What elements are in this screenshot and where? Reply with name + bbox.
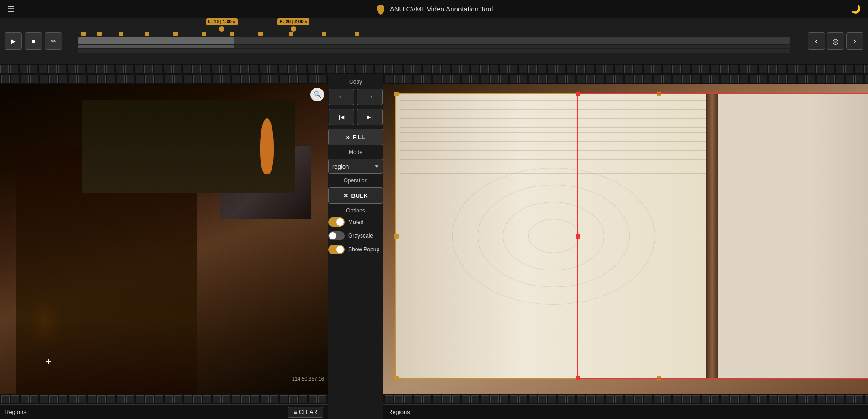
film-cell (586, 75, 595, 83)
film-cell (69, 395, 77, 403)
film-cell (798, 395, 806, 403)
timeline-marker (322, 32, 326, 36)
timeline-center-button[interactable]: ◎ (827, 32, 844, 50)
film-cell (692, 65, 700, 73)
operation-label: Operation (344, 177, 368, 184)
film-cell (654, 395, 662, 403)
film-cell (21, 75, 29, 83)
arrow-right-button[interactable]: → (357, 89, 383, 105)
film-cell (663, 75, 671, 83)
film-cell (471, 65, 479, 73)
film-cell (567, 65, 575, 73)
play-button[interactable]: ▶ (5, 32, 22, 50)
film-cell (107, 395, 115, 403)
film-cell (173, 65, 181, 73)
film-cell (423, 395, 431, 403)
coordinates: 114.50,357.16 (292, 376, 324, 382)
right-video-frame[interactable] (383, 84, 868, 394)
film-cell (29, 65, 37, 73)
edit-button[interactable]: ✏ (45, 32, 62, 50)
film-cell (462, 395, 470, 403)
film-cell (404, 75, 412, 83)
film-cell (394, 65, 402, 73)
film-cell (672, 65, 681, 73)
film-cell (433, 395, 441, 403)
timeline-bar[interactable] (78, 37, 790, 44)
film-cell (778, 395, 787, 403)
timeline-prev-button[interactable]: ‹ (808, 32, 825, 50)
film-cell (558, 75, 566, 83)
stop-button[interactable]: ■ (25, 32, 42, 50)
left-regions-label: Regions (5, 408, 27, 415)
film-cell (596, 65, 604, 73)
film-cell (653, 65, 661, 73)
film-cell (557, 65, 565, 73)
left-bottom-film-strip (0, 394, 328, 404)
zoom-button[interactable]: 🔍 (310, 88, 324, 101)
show-popup-option: Show Popup (328, 245, 383, 254)
film-cell (711, 395, 719, 403)
film-cell (270, 395, 278, 403)
film-cell (634, 395, 643, 403)
handle-right-label: R: 20 | 2.00 s (277, 18, 310, 25)
bulk-button[interactable]: ✕ BULK (328, 187, 383, 204)
handle-left-dot[interactable] (219, 26, 224, 32)
film-cell (49, 75, 58, 83)
mode-select[interactable]: region point polygon (328, 159, 383, 174)
film-cell (634, 65, 642, 73)
film-cell (365, 65, 373, 73)
film-cell (826, 395, 835, 403)
grayscale-toggle[interactable] (328, 231, 345, 240)
timeline-track[interactable]: L: 10 | 1.00 s R: 20 | 2.00 s (78, 23, 790, 59)
skip-end-button[interactable]: ▶| (357, 109, 383, 125)
skip-start-button[interactable]: |◀ (329, 109, 354, 125)
bulk-label: BULK (351, 192, 367, 199)
film-cell (701, 65, 709, 73)
left-clear-button[interactable]: ≡ CLEAR (288, 407, 323, 418)
muted-option: Muted (328, 217, 383, 227)
film-cell (69, 75, 77, 83)
film-cell (165, 395, 173, 403)
film-cell (529, 395, 537, 403)
film-cell (865, 395, 868, 403)
film-cell (509, 65, 517, 73)
film-cell (97, 395, 106, 403)
film-cell (250, 65, 258, 73)
film-cell (759, 395, 767, 403)
film-cell (692, 395, 700, 403)
timeline-marker (289, 32, 293, 36)
film-cell (356, 65, 364, 73)
film-cell (39, 65, 47, 73)
film-cell (404, 395, 412, 403)
film-cell (184, 75, 192, 83)
film-cell (251, 395, 259, 403)
show-popup-toggle[interactable] (328, 245, 345, 254)
timeline-handle-left[interactable]: L: 10 | 1.00 s (206, 18, 238, 32)
bulk-x-icon: ✕ (343, 192, 348, 199)
film-cell (788, 395, 796, 403)
timeline-next-button[interactable]: › (846, 32, 863, 50)
film-cell (663, 65, 671, 73)
arrow-left-button[interactable]: ← (329, 89, 354, 105)
film-cell (404, 65, 412, 73)
film-cell (490, 65, 498, 73)
left-video-frame[interactable]: 🔍 + 114.50,357.16 (0, 84, 328, 394)
timeline-handle-right[interactable]: R: 20 | 2.00 s (277, 18, 310, 32)
film-cell (730, 75, 739, 83)
film-cell (221, 65, 229, 73)
right-bottom-film-strip (383, 394, 868, 404)
muted-toggle[interactable] (328, 217, 345, 227)
film-cell (442, 395, 451, 403)
fill-button[interactable]: » FILL (328, 129, 383, 145)
film-cell (385, 395, 393, 403)
film-cell (654, 75, 662, 83)
moon-icon[interactable]: 🌙 (851, 4, 861, 14)
menu-icon[interactable]: ☰ (7, 4, 15, 14)
film-cell (807, 75, 815, 83)
film-cell (586, 395, 595, 403)
handle-right-dot[interactable] (291, 26, 296, 32)
film-cell (136, 395, 144, 403)
film-cell (740, 65, 748, 73)
film-cell (261, 395, 269, 403)
film-cell (682, 65, 690, 73)
